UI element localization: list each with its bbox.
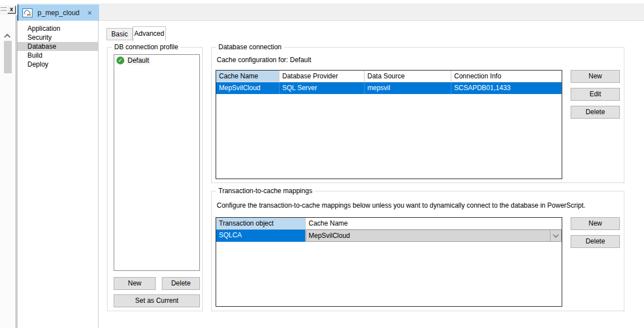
cache-configuration-label: Cache configuration for: Default	[217, 56, 311, 64]
cache-name-combobox[interactable]: MepSvilCloud	[306, 229, 562, 242]
cell-data-source: mepsvil	[365, 82, 451, 94]
combobox-dropdown-button[interactable]	[550, 230, 561, 241]
cell-transaction-object: SQLCA	[216, 229, 306, 242]
cloud-project-icon	[22, 8, 32, 17]
cache-table-header: Cache Name Database Provider Data Source…	[216, 71, 562, 82]
column-header-cache-name[interactable]: Cache Name	[216, 71, 279, 82]
profile-name: Default	[127, 57, 150, 64]
tab-advanced[interactable]: Advanced	[133, 26, 166, 41]
sidebar-item-security[interactable]: Security	[17, 33, 98, 42]
new-mapping-button[interactable]: New	[571, 217, 620, 230]
cell-connection-info: SCSAPDB01,1433	[451, 82, 562, 94]
document-tab-p-mep-cloud[interactable]: p_mep_cloud ×	[17, 4, 99, 21]
docked-panel-body	[0, 15, 16, 328]
scroll-up-icon[interactable]	[4, 34, 10, 40]
chevron-down-icon	[553, 232, 559, 238]
set-as-current-button[interactable]: Set as Current	[114, 294, 200, 307]
delete-mapping-button[interactable]: Delete	[571, 235, 620, 248]
delete-profile-button[interactable]: Delete	[162, 277, 200, 290]
docked-panel-titlebar: x	[0, 5, 16, 15]
mappings-table-header: Transaction object Cache Name	[216, 218, 562, 229]
check-circle-icon: ✓	[116, 57, 124, 64]
panel-close-button[interactable]: x	[7, 6, 16, 13]
document-tabstrip	[17, 3, 644, 21]
cache-table: Cache Name Database Provider Data Source…	[216, 70, 562, 179]
column-header-database-provider[interactable]: Database Provider	[279, 71, 365, 82]
mappings-table: Transaction object Cache Name SQLCA MepS…	[216, 217, 562, 307]
column-header-data-source[interactable]: Data Source	[365, 71, 451, 82]
new-cache-button[interactable]: New	[571, 70, 620, 83]
column-header-transaction-object[interactable]: Transaction object	[216, 218, 306, 229]
table-row[interactable]: MepSvilCloud SQL Server mepsvil SCSAPDB0…	[216, 82, 562, 94]
cell-database-provider: SQL Server	[279, 82, 365, 94]
profile-list[interactable]: ✓ Default	[114, 54, 200, 271]
grip-handle[interactable]	[1, 7, 7, 8]
edit-cache-button[interactable]: Edit	[571, 88, 620, 101]
tab-close-icon[interactable]: ×	[87, 9, 92, 17]
grip-handle[interactable]	[1, 10, 7, 11]
mappings-description: Configure the transaction-to-cache mappi…	[217, 202, 585, 209]
group-title: Transaction-to-cache mappings	[216, 187, 315, 195]
table-row[interactable]: SQLCA MepSvilCloud	[216, 229, 562, 242]
sidebar-item-deploy[interactable]: Deploy	[17, 60, 98, 69]
group-title: DB connection profile	[112, 43, 180, 51]
profile-item-default[interactable]: ✓ Default	[114, 55, 199, 64]
document-tab-label: p_mep_cloud	[38, 9, 80, 17]
sidebar-item-application[interactable]: Application	[17, 24, 98, 33]
cell-cache-name: MepSvilCloud	[216, 82, 279, 94]
sidebar-item-database[interactable]: Database	[17, 42, 98, 51]
column-header-cache-name[interactable]: Cache Name	[306, 218, 562, 229]
scrollbar-thumb[interactable]	[4, 41, 12, 73]
group-title: Database connection	[216, 43, 284, 51]
delete-cache-button[interactable]: Delete	[571, 106, 620, 119]
new-profile-button[interactable]: New	[114, 277, 156, 290]
combobox-value: MepSvilCloud	[309, 232, 350, 240]
settings-sidebar: Application Security Database Build Depl…	[17, 21, 99, 328]
column-header-connection-info[interactable]: Connection Info	[451, 71, 562, 82]
tab-basic[interactable]: Basic	[106, 28, 133, 40]
sidebar-item-build[interactable]: Build	[17, 51, 98, 60]
